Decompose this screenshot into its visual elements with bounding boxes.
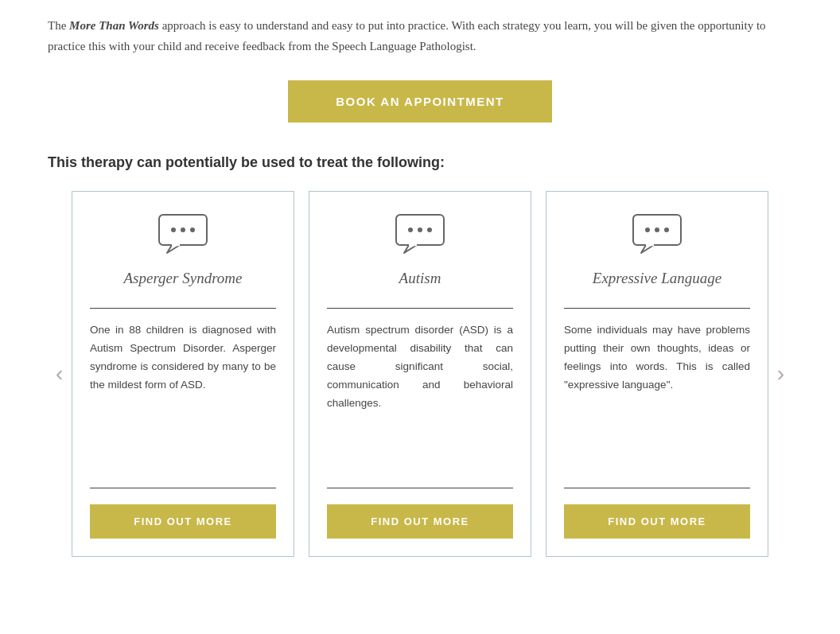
cards-wrapper: Asperger Syndrome One in 88 children is … bbox=[71, 191, 768, 557]
svg-point-9 bbox=[427, 228, 432, 232]
svg-marker-4 bbox=[167, 245, 180, 253]
card-icon-expressive bbox=[630, 212, 684, 255]
svg-point-2 bbox=[181, 228, 185, 232]
card-body-expressive: Some individuals may have problems putti… bbox=[564, 321, 750, 475]
svg-marker-10 bbox=[404, 245, 417, 253]
card-divider-top-asperger bbox=[90, 308, 276, 309]
card-expressive-language: Expressive Language Some individuals may… bbox=[546, 191, 768, 557]
svg-point-8 bbox=[418, 228, 422, 232]
prev-arrow-button[interactable]: ‹ bbox=[48, 355, 71, 393]
chat-bubble-icon bbox=[393, 212, 447, 255]
card-autism: Autism Autism spectrum disorder (ASD) is… bbox=[309, 191, 531, 557]
card-divider-top-expressive bbox=[564, 308, 750, 309]
svg-point-7 bbox=[408, 228, 413, 232]
svg-marker-16 bbox=[641, 245, 654, 253]
svg-point-3 bbox=[190, 228, 195, 232]
card-icon-autism bbox=[393, 212, 447, 255]
find-out-more-expressive[interactable]: FIND OUT MORE bbox=[564, 504, 750, 539]
find-out-more-asperger[interactable]: FIND OUT MORE bbox=[90, 504, 276, 539]
intro-paragraph: The More Than Words approach is easy to … bbox=[48, 16, 780, 56]
card-divider-bottom-asperger bbox=[90, 488, 276, 488]
card-body-asperger: One in 88 children is diagnosed with Aut… bbox=[90, 321, 276, 475]
svg-point-13 bbox=[645, 228, 650, 232]
svg-point-14 bbox=[655, 228, 659, 232]
carousel: ‹ Asperger Synd bbox=[48, 191, 792, 557]
chat-bubble-icon bbox=[156, 212, 210, 255]
svg-point-15 bbox=[664, 228, 669, 232]
card-divider-bottom-expressive bbox=[564, 488, 750, 488]
section-title: This therapy can potentially be used to … bbox=[48, 154, 792, 171]
svg-point-1 bbox=[171, 228, 176, 232]
intro-italic: More Than Words bbox=[69, 19, 159, 32]
book-appointment-button[interactable]: BOOK AN APPOINTMENT bbox=[288, 80, 552, 123]
card-title-asperger: Asperger Syndrome bbox=[124, 270, 243, 287]
card-divider-bottom-autism bbox=[327, 488, 513, 488]
chat-bubble-icon bbox=[630, 212, 684, 255]
card-title-autism: Autism bbox=[399, 270, 441, 287]
card-title-expressive: Expressive Language bbox=[593, 270, 721, 287]
intro-text-before: The bbox=[48, 19, 69, 32]
next-arrow-button[interactable]: › bbox=[769, 355, 792, 393]
book-button-container: BOOK AN APPOINTMENT bbox=[48, 80, 792, 123]
card-asperger: Asperger Syndrome One in 88 children is … bbox=[72, 191, 294, 557]
card-icon-asperger bbox=[156, 212, 210, 255]
card-body-autism: Autism spectrum disorder (ASD) is a deve… bbox=[327, 321, 513, 475]
card-divider-top-autism bbox=[327, 308, 513, 309]
find-out-more-autism[interactable]: FIND OUT MORE bbox=[327, 504, 513, 539]
page-container: The More Than Words approach is easy to … bbox=[0, 0, 840, 589]
